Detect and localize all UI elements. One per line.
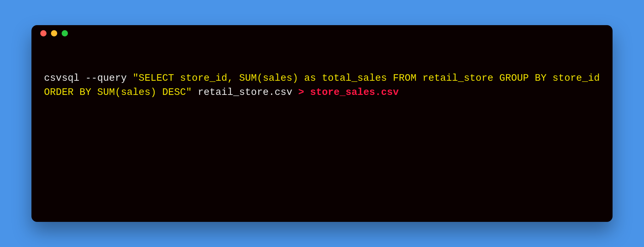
command-text: csvsql --query bbox=[44, 73, 133, 84]
maximize-icon[interactable] bbox=[62, 30, 68, 36]
minimize-icon[interactable] bbox=[51, 30, 57, 36]
command-line: csvsql --query "SELECT store_id, SUM(sal… bbox=[44, 71, 600, 100]
output-redirect-text: > store_sales.csv bbox=[298, 87, 399, 98]
terminal-window: csvsql --query "SELECT store_id, SUM(sal… bbox=[31, 25, 613, 222]
window-titlebar bbox=[31, 25, 613, 41]
terminal-body[interactable]: csvsql --query "SELECT store_id, SUM(sal… bbox=[31, 41, 613, 222]
input-file-text: retail_store.csv bbox=[192, 87, 298, 98]
close-icon[interactable] bbox=[40, 30, 47, 36]
